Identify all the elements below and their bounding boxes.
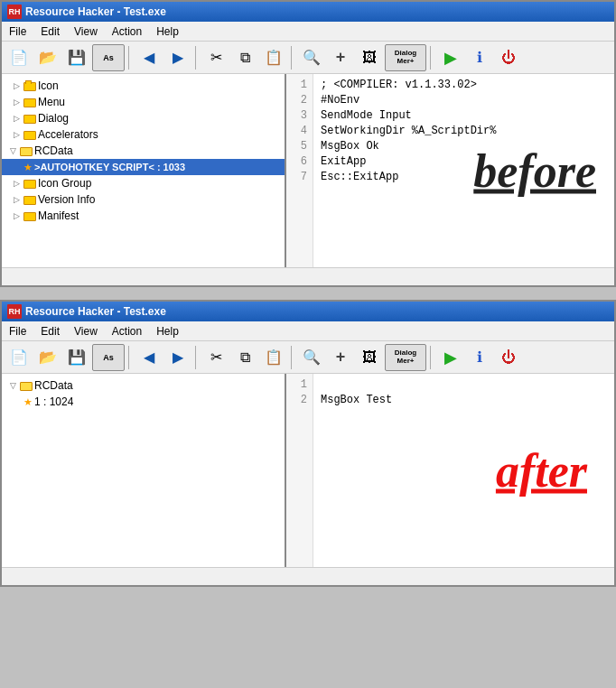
tree-label-rcdata-b: RCData: [34, 379, 73, 392]
btn-paste-top[interactable]: 📋: [260, 44, 287, 71]
star-icon-ahk: ★: [23, 162, 33, 173]
btn-forward-bottom[interactable]: ▶: [164, 344, 191, 371]
menu-help-top[interactable]: Help: [149, 23, 186, 40]
btn-img-bottom[interactable]: 🖼: [356, 344, 383, 371]
menu-view-bottom[interactable]: View: [67, 323, 105, 339]
toolbar-sep-2-top: [195, 46, 199, 70]
btn-dialogmer-top[interactable]: DialogMer+: [385, 44, 426, 71]
btn-run-bottom[interactable]: ▶: [437, 344, 464, 371]
btn-add-bottom[interactable]: +: [327, 344, 354, 371]
app-logo: RH: [7, 5, 22, 19]
expand-icongroup[interactable]: ▷: [9, 176, 23, 191]
tree-item-dialog[interactable]: ▷ Dialog: [2, 110, 285, 126]
expand-versioninfo[interactable]: ▷: [9, 192, 23, 207]
btn-save-top[interactable]: 💾: [63, 44, 90, 71]
menu-edit-top[interactable]: Edit: [33, 23, 67, 40]
tree-item-manifest[interactable]: ▷ Manifest: [2, 208, 285, 224]
tree-label-manifest: Manifest: [38, 209, 79, 222]
btn-open-top[interactable]: 📂: [34, 44, 61, 71]
toolbar-sep-2-bottom: [195, 346, 199, 369]
tree-item-icon[interactable]: ▷ Icon: [2, 78, 285, 94]
btn-back-top[interactable]: ◀: [135, 44, 163, 71]
tree-panel-top[interactable]: ▷ Icon ▷ Menu ▷ Dialog ▷: [2, 74, 286, 267]
btn-forward-top[interactable]: ▶: [164, 44, 191, 71]
window-divider: [0, 287, 616, 294]
tree-item-ahk[interactable]: ★ >AUTOHOTKEY SCRIPT< : 1033: [2, 159, 285, 175]
tree-item-1024[interactable]: ★ 1 : 1024: [2, 394, 285, 410]
code-panel-bottom[interactable]: 12 MsgBox Test: [286, 374, 614, 567]
btn-find-bottom[interactable]: 🔍: [298, 344, 325, 371]
tree-label-accelerators: Accelerators: [38, 128, 98, 141]
status-bar-bottom: [2, 567, 614, 585]
expand-manifest[interactable]: ▷: [9, 209, 23, 223]
menu-edit-bottom[interactable]: Edit: [33, 323, 67, 339]
btn-info-top[interactable]: ℹ: [466, 44, 493, 71]
menu-action-bottom[interactable]: Action: [105, 323, 149, 339]
btn-save-bottom[interactable]: 💾: [63, 344, 90, 371]
tree-item-accelerators[interactable]: ▷ Accelerators: [2, 126, 285, 143]
btn-cut-top[interactable]: ✂: [202, 44, 229, 71]
toolbar-top: 📄 📂 💾 As ◀ ▶ ✂ ⧉ 📋 🔍 + 🖼 DialogMer+ ▶ ℹ …: [2, 42, 614, 74]
btn-saveas-bottom[interactable]: As: [92, 344, 125, 371]
tree-item-icongroup[interactable]: ▷ Icon Group: [2, 175, 285, 191]
code-content-bottom[interactable]: MsgBox Test: [313, 374, 614, 567]
line-numbers-bottom: 12: [286, 374, 313, 567]
expand-rcdata-b[interactable]: ▽: [5, 378, 20, 393]
tree-item-rcdata-b[interactable]: ▽ RCData: [2, 377, 285, 394]
btn-new-top[interactable]: 📄: [5, 44, 33, 71]
menu-view-top[interactable]: View: [67, 23, 105, 40]
btn-copy-bottom[interactable]: ⧉: [231, 344, 258, 371]
btn-stop-top[interactable]: ⏻: [495, 44, 522, 71]
top-window: RH Resource Hacker - Test.exe File Edit …: [0, 0, 616, 287]
btn-paste-bottom[interactable]: 📋: [260, 344, 287, 371]
menu-file-top[interactable]: File: [2, 23, 33, 40]
main-area-top: ▷ Icon ▷ Menu ▷ Dialog ▷: [2, 74, 614, 267]
expand-menu[interactable]: ▷: [9, 95, 23, 109]
main-area-bottom: ▽ RCData ★ 1 : 1024 12 MsgBox Test after: [2, 374, 614, 567]
menu-help-bottom[interactable]: Help: [149, 323, 186, 339]
expand-accelerators[interactable]: ▷: [9, 127, 23, 142]
btn-cut-bottom[interactable]: ✂: [202, 344, 229, 371]
tree-label-1024: 1 : 1024: [34, 395, 73, 408]
line-numbers-top: 1234567: [286, 74, 313, 267]
btn-dialogmer-bottom[interactable]: DialogMer+: [385, 344, 426, 371]
app-logo-bottom: RH: [7, 304, 22, 319]
btn-stop-bottom[interactable]: ⏻: [495, 344, 522, 371]
menu-bar-top: File Edit View Action Help: [2, 22, 614, 42]
tree-label-dialog: Dialog: [38, 112, 69, 125]
toolbar-sep-1-top: [128, 46, 132, 70]
btn-run-top[interactable]: ▶: [437, 44, 464, 71]
btn-add-top[interactable]: +: [327, 44, 354, 71]
menu-file-bottom[interactable]: File: [2, 323, 33, 339]
toolbar-sep-3-top: [291, 46, 294, 70]
btn-img-top[interactable]: 🖼: [356, 44, 383, 71]
toolbar-sep-3-bottom: [291, 346, 294, 369]
toolbar-sep-4-top: [430, 46, 434, 70]
code-panel-wrapper-top: 1234567 ; <COMPILER: v1.1.33.02> #NoEnv …: [286, 74, 614, 267]
toolbar-sep-4-bottom: [430, 346, 434, 369]
btn-open-bottom[interactable]: 📂: [34, 344, 61, 371]
menu-bar-bottom: File Edit View Action Help: [2, 321, 614, 341]
bottom-window: RH Resource Hacker - Test.exe File Edit …: [0, 300, 616, 587]
toolbar-bottom: 📄 📂 💾 As ◀ ▶ ✂ ⧉ 📋 🔍 + 🖼 DialogMer+ ▶ ℹ …: [2, 341, 614, 374]
btn-find-top[interactable]: 🔍: [298, 44, 325, 71]
tree-item-menu[interactable]: ▷ Menu: [2, 94, 285, 110]
expand-dialog[interactable]: ▷: [9, 111, 23, 126]
tree-item-rcdata[interactable]: ▽ RCData: [2, 143, 285, 159]
btn-saveas-top[interactable]: As: [92, 44, 125, 71]
btn-copy-top[interactable]: ⧉: [231, 44, 258, 71]
menu-action-top[interactable]: Action: [105, 23, 149, 40]
btn-info-bottom[interactable]: ℹ: [466, 344, 493, 371]
btn-back-bottom[interactable]: ◀: [135, 344, 163, 371]
code-panel-wrapper-bottom: 12 MsgBox Test after: [286, 374, 614, 567]
code-panel-top[interactable]: 1234567 ; <COMPILER: v1.1.33.02> #NoEnv …: [286, 74, 614, 267]
tree-item-versioninfo[interactable]: ▷ Version Info: [2, 191, 285, 208]
status-bar-top: [2, 267, 614, 285]
expand-rcdata[interactable]: ▽: [5, 144, 20, 158]
btn-new-bottom[interactable]: 📄: [5, 344, 33, 371]
title-bar-top: RH Resource Hacker - Test.exe: [2, 2, 614, 22]
tree-panel-bottom[interactable]: ▽ RCData ★ 1 : 1024: [2, 374, 286, 567]
expand-icon[interactable]: ▷: [9, 79, 23, 93]
tree-label-ahk: >AUTOHOTKEY SCRIPT< : 1033: [34, 162, 185, 172]
code-content-top[interactable]: ; <COMPILER: v1.1.33.02> #NoEnv SendMode…: [313, 74, 614, 267]
